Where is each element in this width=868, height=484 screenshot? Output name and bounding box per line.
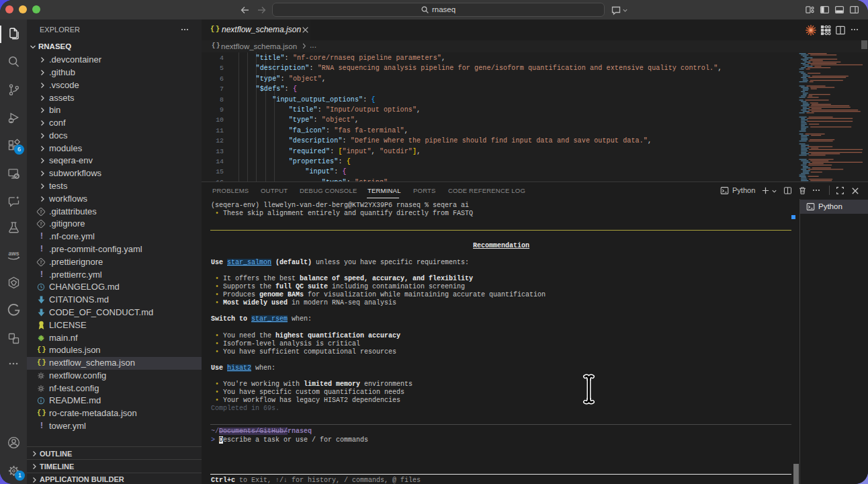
svg-text:❉: ❉ [38,334,44,342]
svg-text:aws: aws [8,250,19,257]
